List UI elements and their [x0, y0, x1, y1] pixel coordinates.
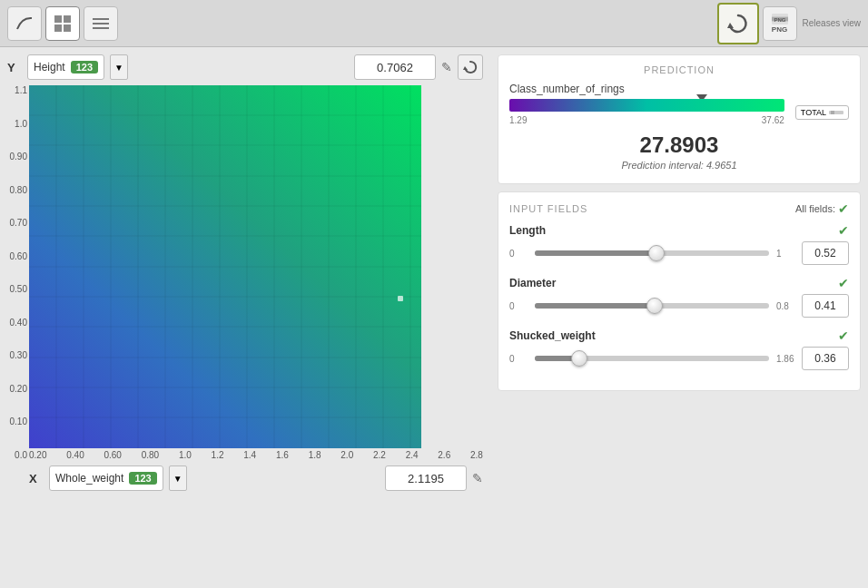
heatmap-svg: [29, 85, 421, 448]
svg-rect-2: [54, 24, 62, 32]
all-fields-check-icon: ✔: [838, 201, 849, 216]
shucked-value: 0.36: [814, 352, 835, 365]
heatmap-canvas[interactable]: [29, 85, 421, 448]
x-value-display: 2.1195: [385, 466, 467, 491]
diameter-slider-track[interactable]: [535, 303, 769, 309]
heatmap-area: 1.1 1.0 0.90 0.80 0.70 0.60 0.50 0.40 0.…: [29, 85, 483, 460]
field-length-check-icon[interactable]: ✔: [838, 223, 849, 238]
length-slider-thumb[interactable]: [648, 245, 665, 261]
y-axis-row: Y Height 123 ▼ 0.7062 ✎: [7, 54, 483, 80]
png-export-button[interactable]: PNG PNG: [763, 6, 797, 41]
y-field-badge: 123: [71, 61, 98, 74]
svg-marker-11: [463, 66, 468, 70]
shucked-slider-thumb[interactable]: [571, 350, 587, 367]
prediction-field-label: Class_number_of_rings: [509, 83, 849, 95]
grid-view-button[interactable]: [45, 6, 80, 41]
length-value-box[interactable]: 0.52: [802, 241, 849, 265]
svg-marker-7: [727, 23, 734, 28]
x-field-name: Whole_weight: [55, 472, 123, 485]
field-shucked-label: Shucked_weight: [509, 329, 596, 342]
shucked-max-label: 1.86: [776, 354, 794, 364]
length-max-label: 1: [776, 249, 794, 259]
x-axis-label: X: [29, 472, 44, 485]
diameter-min-label: 0: [509, 301, 528, 311]
x-field-dropdown-arrow[interactable]: ▼: [169, 466, 187, 491]
svg-rect-6: [93, 27, 109, 29]
png-label: PNG: [772, 25, 787, 34]
diameter-slider-thumb[interactable]: [646, 298, 663, 314]
length-slider-track[interactable]: [535, 250, 769, 256]
y-tick-labels: 1.1 1.0 0.90 0.80 0.70 0.60 0.50 0.40 0.…: [4, 85, 27, 460]
length-value: 0.52: [814, 247, 835, 260]
field-row-length: Length ✔ 0 1 0.52: [509, 223, 849, 265]
toolbar: PNG PNG Releases view: [0, 0, 868, 47]
bar-range: 1.29 37.62: [509, 115, 784, 125]
field-diameter-label: Diameter: [509, 277, 556, 289]
chart-panel: Y Height 123 ▼ 0.7062 ✎ 1.1 1.0: [0, 47, 490, 588]
svg-text:PNG: PNG: [774, 17, 785, 23]
diameter-slider-container: 0 0.8 0.41: [509, 294, 849, 318]
x-edit-icon[interactable]: ✎: [472, 471, 483, 485]
field-length-label: Length: [509, 224, 546, 237]
toolbar-right-actions: PNG PNG Releases view: [717, 3, 861, 44]
shucked-slider-track[interactable]: [535, 356, 769, 361]
field-row-shucked-weight: Shucked_weight ✔ 0 1.86 0.36: [509, 328, 849, 370]
prediction-bar-section: 1.29 37.62: [509, 99, 784, 125]
y-value-text: 0.7062: [377, 61, 413, 74]
x-value-text: 2.1195: [408, 472, 444, 485]
svg-rect-41: [831, 111, 834, 114]
svg-rect-5: [93, 23, 109, 24]
shucked-slider-container: 0 1.86 0.36: [509, 347, 849, 370]
right-panel: PREDICTION Class_number_of_rings: [490, 47, 868, 588]
svg-rect-38: [398, 296, 403, 301]
length-min-label: 0: [509, 249, 528, 259]
field-row-length-header: Length ✔: [509, 223, 849, 238]
all-fields-label: All fields:: [795, 203, 835, 214]
field-diameter-check-icon[interactable]: ✔: [838, 276, 849, 290]
y-edit-icon[interactable]: ✎: [441, 60, 452, 74]
total-label: TOTAL: [801, 108, 826, 117]
releases-view-link[interactable]: Releases view: [803, 18, 861, 28]
diameter-slider-fill: [535, 303, 655, 309]
x-axis-row: X Whole_weight 123 ▼ 2.1195 ✎: [29, 466, 483, 491]
length-slider-container: 0 1 0.52: [509, 241, 849, 265]
y-value-display: 0.7062: [354, 54, 436, 80]
gradient-bar-container: [509, 99, 784, 112]
bar-max: 37.62: [762, 115, 784, 125]
prediction-interval: Prediction interval: 4.9651: [509, 160, 849, 171]
input-fields-title: INPUT FIELDS: [509, 203, 587, 214]
prediction-bar-row: 1.29 37.62 TOTAL: [509, 99, 849, 125]
diameter-max-label: 0.8: [776, 301, 794, 311]
diameter-value: 0.41: [814, 299, 835, 312]
y-axis-label: Y: [7, 61, 22, 74]
field-row-diameter-header: Diameter ✔: [509, 276, 849, 290]
x-tick-labels: 0.20 0.40 0.60 0.80 1.0 1.2 1.4 1.6 1.8 …: [29, 450, 483, 460]
main-content: Y Height 123 ▼ 0.7062 ✎ 1.1 1.0: [0, 47, 868, 588]
length-slider-fill: [535, 250, 656, 256]
refresh-button[interactable]: [717, 3, 759, 44]
prediction-card: PREDICTION Class_number_of_rings: [498, 54, 861, 184]
diameter-value-box[interactable]: 0.41: [802, 294, 849, 318]
input-fields-card: INPUT FIELDS All fields: ✔ Length ✔ 0: [498, 191, 861, 391]
field-shucked-check-icon[interactable]: ✔: [838, 328, 849, 343]
y-field-dropdown-arrow[interactable]: ▼: [110, 54, 128, 80]
shucked-min-label: 0: [509, 354, 528, 364]
gradient-bar: [509, 99, 784, 112]
svg-rect-0: [54, 15, 62, 23]
shucked-value-box[interactable]: 0.36: [802, 347, 849, 370]
input-fields-header: INPUT FIELDS All fields: ✔: [509, 201, 849, 216]
svg-rect-1: [64, 15, 71, 23]
bar-min: 1.29: [509, 115, 527, 125]
all-fields-button[interactable]: All fields: ✔: [795, 201, 849, 216]
x-field-select[interactable]: Whole_weight 123: [49, 466, 163, 491]
y-refresh-icon[interactable]: [458, 54, 483, 80]
y-field-name: Height: [34, 61, 65, 74]
y-field-select[interactable]: Height 123: [27, 54, 104, 80]
svg-rect-3: [64, 24, 71, 32]
total-button[interactable]: TOTAL: [795, 105, 849, 120]
menu-button[interactable]: [84, 6, 118, 41]
svg-rect-4: [93, 18, 109, 20]
field-row-diameter: Diameter ✔ 0 0.8 0.41: [509, 276, 849, 318]
gradient-bar-wrapper: [509, 99, 784, 112]
curve-view-button[interactable]: [7, 6, 42, 41]
